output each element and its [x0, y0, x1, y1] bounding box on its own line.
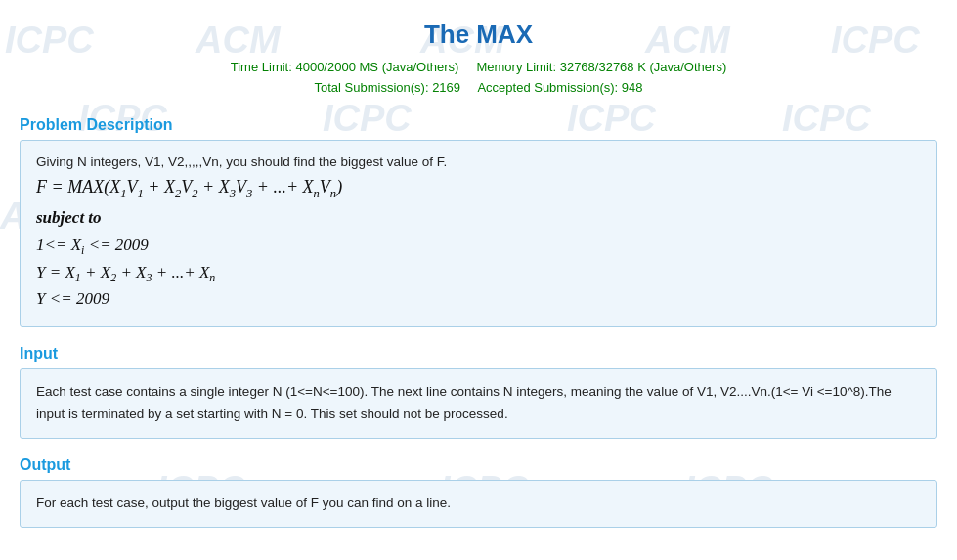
- input-box: Each test case contains a single integer…: [20, 368, 937, 439]
- constraint-2: Y = X1 + X2 + X3 + ...+ Xn: [36, 263, 921, 285]
- output-heading: Output: [20, 456, 937, 474]
- memory-limit: Memory Limit: 32768/32768 K (Java/Others…: [476, 60, 726, 74]
- input-heading: Input: [20, 345, 937, 363]
- total-submissions: Total Submission(s): 2169: [314, 80, 460, 95]
- formula-f-max: F = MAX(X1V1 + X2V2 + X3V3 + ...+ XnVn): [36, 177, 921, 201]
- page-title: The MAX: [20, 10, 937, 58]
- constraint-3: Y <= 2009: [36, 289, 921, 309]
- problem-intro-text: Giving N integers, V1, V2,,,,,Vn, you sh…: [36, 154, 921, 169]
- output-text: For each test case, output the biggest v…: [36, 495, 451, 510]
- meta-info: Time Limit: 4000/2000 MS (Java/Others) M…: [20, 58, 937, 99]
- problem-description-box: Giving N integers, V1, V2,,,,,Vn, you sh…: [20, 140, 937, 327]
- problem-description-heading: Problem Description: [20, 116, 937, 134]
- accepted-submissions: Accepted Submission(s): 948: [477, 80, 642, 95]
- time-limit: Time Limit: 4000/2000 MS (Java/Others): [231, 60, 459, 74]
- constraint-1: 1<= Xi <= 2009: [36, 236, 921, 258]
- page-content: The MAX Time Limit: 4000/2000 MS (Java/O…: [0, 0, 957, 560]
- input-text: Each test case contains a single integer…: [36, 384, 892, 421]
- output-box: For each test case, output the biggest v…: [20, 480, 937, 528]
- subject-to-text: subject to: [36, 208, 921, 228]
